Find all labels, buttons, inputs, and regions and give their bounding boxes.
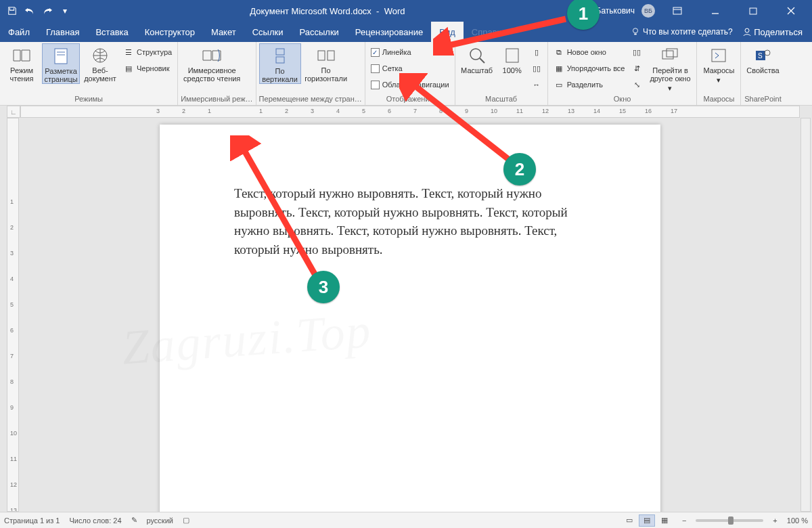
- group-window: ⧉Новое окно ▦Упорядочить все ▭Разделить …: [548, 42, 698, 105]
- sync-scroll-button[interactable]: ⇵: [629, 61, 645, 76]
- vertical-pages-icon: [269, 47, 291, 66]
- switch-windows-button[interactable]: Перейти в другое окно ▾: [646, 43, 694, 92]
- properties-button[interactable]: S Свойства: [744, 43, 782, 74]
- reset-position-button[interactable]: ⤡: [629, 77, 645, 92]
- qat-customize[interactable]: ▾: [60, 5, 70, 16]
- sync-scroll-icon: ⇵: [631, 63, 642, 74]
- tab-mailings[interactable]: Рассылки: [291, 22, 346, 42]
- reset-pos-icon: ⤡: [631, 79, 642, 90]
- tab-review[interactable]: Рецензирование: [347, 22, 431, 42]
- one-page-button[interactable]: ▯: [528, 45, 545, 60]
- tab-file[interactable]: Файл: [0, 22, 38, 42]
- navpane-checkbox[interactable]: Область навигации: [368, 77, 452, 92]
- svg-rect-17: [662, 51, 673, 59]
- gridlines-checkbox[interactable]: Сетка: [368, 61, 452, 76]
- tab-help[interactable]: Справка: [464, 22, 514, 42]
- ribbon: Режим чтения Разметка страницы Веб-докум…: [0, 42, 812, 106]
- outline-icon: ☰: [123, 47, 134, 58]
- zoom-out-button[interactable]: −: [682, 516, 686, 525]
- horizontal-pages-icon: [315, 46, 337, 65]
- person-icon: [742, 27, 752, 37]
- read-mode-view-button[interactable]: ▭: [621, 514, 637, 527]
- arrange-icon: ▦: [554, 63, 564, 74]
- tab-insert[interactable]: Вставка: [87, 22, 136, 42]
- horizontal-button[interactable]: По горизонтали: [302, 43, 350, 83]
- group-zoom: Масштаб 100% ▯ ▯▯ ↔ Масштаб: [455, 42, 548, 105]
- group-show: ✓Линейка Сетка Область навигации Отображ…: [365, 42, 455, 105]
- zoom-100-button[interactable]: 100%: [497, 43, 527, 74]
- macro-record-icon[interactable]: ▢: [183, 516, 189, 525]
- print-layout-button[interactable]: Разметка страницы: [42, 43, 80, 84]
- web-layout-view-button[interactable]: ▦: [656, 514, 673, 527]
- tab-references[interactable]: Ссылки: [244, 22, 292, 42]
- undo-button[interactable]: [24, 5, 35, 16]
- zoom-slider[interactable]: [696, 519, 763, 522]
- view-mode-buttons: ▭ ▤ ▦: [621, 514, 673, 527]
- doc-name: Документ Microsoft Word.docx: [250, 6, 371, 16]
- status-language[interactable]: русский: [147, 516, 173, 525]
- split-button[interactable]: ▭Разделить: [551, 77, 628, 92]
- svg-rect-10: [276, 49, 284, 55]
- checkbox-icon: [371, 81, 380, 89]
- new-window-button[interactable]: ⧉Новое окно: [551, 45, 628, 60]
- group-sharepoint: S Свойства SharePoint: [741, 42, 784, 105]
- ruler-checkbox[interactable]: ✓Линейка: [368, 45, 452, 60]
- horizontal-ruler[interactable]: 3211234567891011121314151617: [20, 106, 800, 118]
- svg-point-5: [745, 28, 749, 32]
- save-button[interactable]: [7, 5, 18, 16]
- svg-rect-12: [318, 51, 325, 60]
- multi-page-button[interactable]: ▯▯: [528, 61, 545, 76]
- share-button[interactable]: Поделиться: [738, 27, 807, 37]
- read-mode-button[interactable]: Режим чтения: [3, 43, 41, 83]
- proofing-icon[interactable]: ✎: [131, 516, 137, 525]
- magnifier-icon: [466, 46, 488, 65]
- status-page[interactable]: Страница 1 из 1: [4, 516, 60, 525]
- macros-button[interactable]: Макросы ▾: [700, 43, 738, 84]
- ribbon-display-options[interactable]: [662, 0, 693, 22]
- titlebar-right: ий Батькович ВБ: [585, 0, 807, 22]
- status-word-count[interactable]: Число слов: 24: [69, 516, 121, 525]
- print-layout-view-button[interactable]: ▤: [639, 514, 655, 527]
- group-immersive: Иммерсивное средство чтения Иммерсивный …: [178, 42, 256, 105]
- tab-design[interactable]: Конструктор: [137, 22, 203, 42]
- vertical-ruler[interactable]: 1234567891011121314: [7, 118, 19, 512]
- draft-button[interactable]: ▤Черновик: [120, 61, 175, 76]
- switch-windows-icon: [659, 46, 681, 65]
- outline-button[interactable]: ☰Структура: [120, 45, 175, 60]
- tab-layout[interactable]: Макет: [203, 22, 244, 42]
- avatar[interactable]: ВБ: [641, 4, 655, 18]
- status-bar: Страница 1 из 1 Число слов: 24 ✎ русский…: [0, 512, 812, 528]
- ribbon-tabs: Файл Главная Вставка Конструктор Макет С…: [0, 22, 812, 42]
- tell-me-search[interactable]: Что вы хотите сделать?: [631, 27, 733, 37]
- svg-rect-18: [667, 49, 677, 57]
- svg-text:S: S: [758, 52, 763, 60]
- redo-button[interactable]: [42, 5, 53, 16]
- immersive-reader-button[interactable]: Иммерсивное средство чтения: [181, 43, 243, 83]
- zoom-in-button[interactable]: +: [773, 516, 777, 525]
- web-layout-button[interactable]: Веб-документ: [81, 43, 119, 83]
- page-scroll-area[interactable]: Текст, который нужно выровнять. Текст, к…: [20, 118, 800, 512]
- lightbulb-icon: [631, 27, 640, 37]
- vertical-scrollbar[interactable]: [800, 118, 811, 512]
- multi-page-icon: ▯▯: [531, 63, 542, 74]
- document-text: Текст, который нужно выровнять. Текст, к…: [234, 186, 568, 257]
- zoom-slider-thumb[interactable]: [728, 516, 734, 525]
- ruler-corner[interactable]: ∟: [7, 106, 20, 118]
- zoom-button[interactable]: Масштаб: [458, 43, 496, 74]
- tab-home[interactable]: Главная: [38, 22, 87, 42]
- window-title: Документ Microsoft Word.docx - Word: [70, 6, 585, 16]
- document-page[interactable]: Текст, который нужно выровнять. Текст, к…: [160, 125, 660, 512]
- arrange-all-button[interactable]: ▦Упорядочить все: [551, 61, 628, 76]
- vertical-button[interactable]: По вертикали: [259, 43, 301, 84]
- maximize-button[interactable]: [738, 0, 769, 22]
- page-width-button[interactable]: ↔: [528, 77, 545, 92]
- minimize-button[interactable]: [700, 0, 731, 22]
- book-sound-icon: [201, 46, 223, 65]
- view-side-by-side-button[interactable]: ▯▯: [629, 45, 645, 60]
- zoom-level[interactable]: 100 %: [787, 516, 808, 525]
- page-width-icon: ↔: [531, 79, 542, 90]
- checkbox-icon: [371, 64, 380, 73]
- group-macros: Макросы ▾ Макросы: [697, 42, 741, 105]
- close-button[interactable]: [775, 0, 807, 22]
- tab-view[interactable]: Вид: [431, 22, 464, 42]
